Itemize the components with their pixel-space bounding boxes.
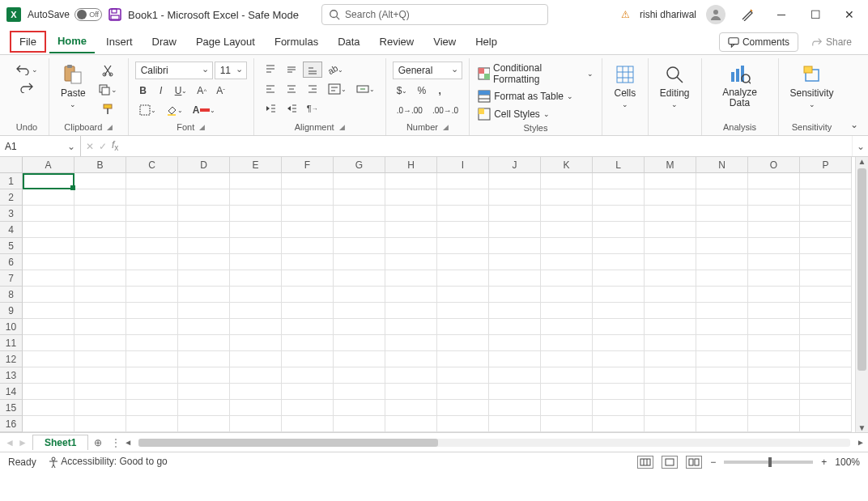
cell[interactable] <box>800 367 852 384</box>
tab-home[interactable]: Home <box>49 30 95 53</box>
name-box[interactable]: A1 <box>0 136 81 156</box>
cell[interactable] <box>126 189 178 206</box>
cell[interactable] <box>489 335 541 351</box>
cell[interactable] <box>334 400 385 416</box>
scroll-left-icon[interactable]: ◄ <box>124 438 132 447</box>
column-header[interactable]: M <box>645 157 696 173</box>
cell[interactable] <box>541 254 593 270</box>
cell[interactable] <box>748 206 800 222</box>
cell[interactable] <box>385 416 437 432</box>
column-header[interactable]: J <box>489 157 541 173</box>
cell[interactable] <box>178 254 230 270</box>
cell[interactable] <box>230 416 282 432</box>
cell[interactable] <box>437 351 489 367</box>
cell[interactable] <box>385 270 437 287</box>
cell[interactable] <box>800 287 852 303</box>
underline-button[interactable]: U⌄ <box>171 83 192 99</box>
cell[interactable] <box>23 173 74 189</box>
cell[interactable] <box>800 319 852 335</box>
column-header[interactable]: G <box>334 157 385 173</box>
cell[interactable] <box>489 206 541 222</box>
cell[interactable] <box>541 222 593 238</box>
merge-button[interactable]: ⌄ <box>352 81 379 97</box>
cell[interactable] <box>489 384 541 400</box>
cell[interactable] <box>800 384 852 400</box>
cell[interactable] <box>282 351 334 367</box>
bold-button[interactable]: B <box>135 83 151 99</box>
cell[interactable] <box>178 351 230 367</box>
cell[interactable] <box>178 270 230 287</box>
tab-formulas[interactable]: Formulas <box>266 31 326 53</box>
cells-button[interactable]: Cells⌄ <box>609 62 641 110</box>
cell[interactable] <box>282 367 334 384</box>
cell[interactable] <box>800 416 852 432</box>
row-header[interactable]: 14 <box>0 384 23 400</box>
row-header[interactable]: 7 <box>0 270 23 287</box>
row-header[interactable]: 10 <box>0 319 23 335</box>
horizontal-scrollbar[interactable]: ⋮ ◄ ► <box>108 437 868 448</box>
cell[interactable] <box>593 173 645 189</box>
cell[interactable] <box>74 303 126 319</box>
cell[interactable] <box>489 238 541 254</box>
cell[interactable] <box>800 335 852 351</box>
tab-data[interactable]: Data <box>330 31 368 53</box>
column-header[interactable]: O <box>748 157 800 173</box>
cell[interactable] <box>696 238 748 254</box>
cell[interactable] <box>282 400 334 416</box>
cell[interactable] <box>230 189 282 206</box>
cell[interactable] <box>696 287 748 303</box>
cell[interactable] <box>800 270 852 287</box>
row-header[interactable]: 15 <box>0 400 23 416</box>
cancel-formula-icon[interactable]: ✕ <box>86 141 94 152</box>
cell[interactable] <box>178 287 230 303</box>
cell[interactable] <box>334 416 385 432</box>
cell[interactable] <box>385 319 437 335</box>
cell[interactable] <box>23 238 74 254</box>
formula-input[interactable] <box>123 136 852 156</box>
cell[interactable] <box>126 173 178 189</box>
cell[interactable] <box>593 238 645 254</box>
cell[interactable] <box>385 384 437 400</box>
cell[interactable] <box>126 270 178 287</box>
cell[interactable] <box>748 351 800 367</box>
cell[interactable] <box>385 367 437 384</box>
redo-button[interactable] <box>11 79 42 96</box>
cell[interactable] <box>489 173 541 189</box>
cell[interactable] <box>334 384 385 400</box>
cell[interactable] <box>23 254 74 270</box>
row-header[interactable]: 12 <box>0 351 23 367</box>
cell[interactable] <box>230 287 282 303</box>
column-header[interactable]: N <box>696 157 748 173</box>
cell[interactable] <box>593 351 645 367</box>
cell[interactable] <box>541 400 593 416</box>
cell[interactable] <box>385 206 437 222</box>
cell[interactable] <box>437 367 489 384</box>
cell[interactable] <box>230 254 282 270</box>
cell[interactable] <box>74 287 126 303</box>
cell[interactable] <box>334 206 385 222</box>
cell[interactable] <box>282 238 334 254</box>
cell[interactable] <box>178 206 230 222</box>
cell[interactable] <box>748 254 800 270</box>
decrease-decimal-button[interactable]: .00→.0 <box>428 102 462 118</box>
column-header[interactable]: F <box>282 157 334 173</box>
cell[interactable] <box>541 384 593 400</box>
cell[interactable] <box>385 335 437 351</box>
row-header[interactable]: 9 <box>0 303 23 319</box>
cell[interactable] <box>385 303 437 319</box>
expand-formula-bar-button[interactable]: ⌄ <box>852 136 868 156</box>
cell[interactable] <box>696 384 748 400</box>
cell[interactable] <box>437 384 489 400</box>
cell[interactable] <box>334 319 385 335</box>
cell[interactable] <box>230 319 282 335</box>
cell[interactable] <box>437 189 489 206</box>
cell[interactable] <box>489 351 541 367</box>
cell[interactable] <box>282 173 334 189</box>
search-input[interactable]: Search (Alt+Q) <box>321 4 548 25</box>
font-size-select[interactable]: 11 <box>215 62 247 79</box>
cell[interactable] <box>334 189 385 206</box>
column-header[interactable]: L <box>593 157 645 173</box>
cell[interactable] <box>489 222 541 238</box>
scroll-up-icon[interactable]: ▲ <box>856 157 868 166</box>
tab-review[interactable]: Review <box>372 31 423 53</box>
